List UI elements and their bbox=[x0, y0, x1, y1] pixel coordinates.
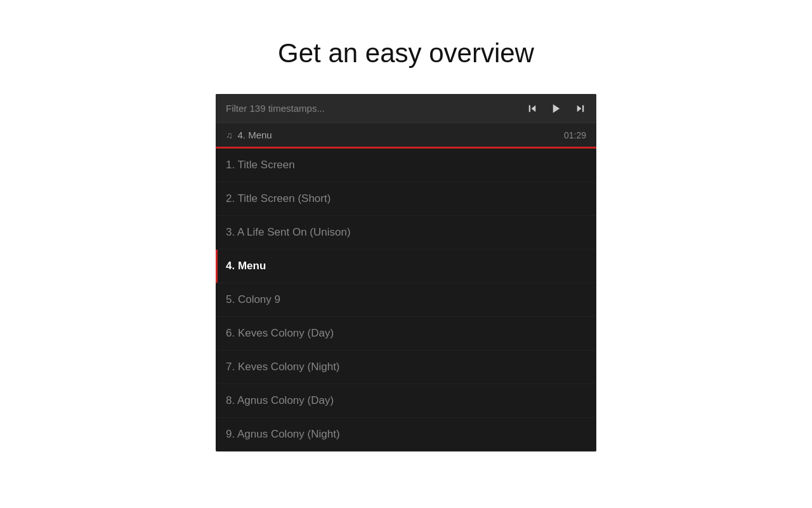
player-container: ♫ 4. Menu 01:29 1. Title Screen2. Title … bbox=[216, 94, 596, 451]
page-title: Get an easy overview bbox=[0, 38, 812, 69]
prev-button[interactable] bbox=[521, 98, 543, 119]
track-item[interactable]: 6. Keves Colony (Day) bbox=[216, 317, 596, 351]
play-button[interactable] bbox=[546, 98, 567, 119]
svg-rect-4 bbox=[582, 105, 584, 112]
now-playing-left: ♫ 4. Menu bbox=[226, 130, 272, 140]
svg-marker-0 bbox=[532, 105, 536, 112]
now-playing-bar: ♫ 4. Menu 01:29 bbox=[216, 123, 596, 149]
track-item[interactable]: 1. Title Screen bbox=[216, 149, 596, 182]
now-playing-title: 4. Menu bbox=[238, 130, 272, 140]
track-item[interactable]: 4. Menu bbox=[216, 250, 596, 283]
player-controls bbox=[516, 98, 596, 119]
track-item[interactable]: 7. Keves Colony (Night) bbox=[216, 351, 596, 384]
next-button[interactable] bbox=[570, 98, 591, 119]
track-list: 1. Title Screen2. Title Screen (Short)3.… bbox=[216, 149, 596, 451]
player-header bbox=[216, 94, 596, 123]
svg-rect-1 bbox=[529, 105, 530, 112]
track-item[interactable]: 5. Colony 9 bbox=[216, 283, 596, 317]
track-item[interactable]: 3. A Life Sent On (Unison) bbox=[216, 216, 596, 250]
music-icon: ♫ bbox=[226, 130, 233, 140]
track-item[interactable]: 9. Agnus Colony (Night) bbox=[216, 418, 596, 451]
track-item[interactable]: 2. Title Screen (Short) bbox=[216, 182, 596, 216]
page-header: Get an easy overview bbox=[0, 0, 812, 94]
svg-marker-2 bbox=[553, 104, 560, 113]
svg-marker-3 bbox=[577, 105, 582, 112]
now-playing-time: 01:29 bbox=[564, 130, 586, 140]
filter-input[interactable] bbox=[216, 94, 516, 123]
track-item[interactable]: 8. Agnus Colony (Day) bbox=[216, 384, 596, 418]
